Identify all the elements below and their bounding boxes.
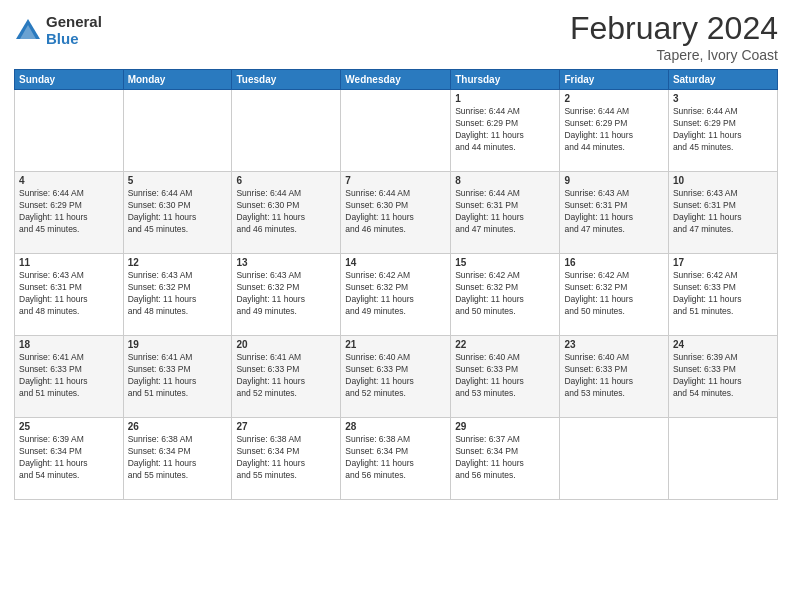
day-info: Sunrise: 6:41 AMSunset: 6:33 PMDaylight:… [236, 352, 336, 400]
logo-blue: Blue [46, 31, 102, 48]
calendar-cell: 6Sunrise: 6:44 AMSunset: 6:30 PMDaylight… [232, 172, 341, 254]
day-info: Sunrise: 6:44 AMSunset: 6:29 PMDaylight:… [455, 106, 555, 154]
day-number: 5 [128, 175, 228, 186]
day-number: 23 [564, 339, 663, 350]
title-block: February 2024 Tapere, Ivory Coast [570, 10, 778, 63]
day-number: 25 [19, 421, 119, 432]
calendar-cell: 7Sunrise: 6:44 AMSunset: 6:30 PMDaylight… [341, 172, 451, 254]
day-number: 22 [455, 339, 555, 350]
week-row-3: 18Sunrise: 6:41 AMSunset: 6:33 PMDayligh… [15, 336, 778, 418]
day-number: 13 [236, 257, 336, 268]
calendar-cell: 12Sunrise: 6:43 AMSunset: 6:32 PMDayligh… [123, 254, 232, 336]
logo: General Blue [14, 14, 102, 47]
calendar-cell: 16Sunrise: 6:42 AMSunset: 6:32 PMDayligh… [560, 254, 668, 336]
day-number: 9 [564, 175, 663, 186]
calendar-cell: 15Sunrise: 6:42 AMSunset: 6:32 PMDayligh… [451, 254, 560, 336]
calendar-cell [15, 90, 124, 172]
day-number: 20 [236, 339, 336, 350]
day-info: Sunrise: 6:44 AMSunset: 6:29 PMDaylight:… [673, 106, 773, 154]
day-info: Sunrise: 6:43 AMSunset: 6:32 PMDaylight:… [236, 270, 336, 318]
calendar-cell: 2Sunrise: 6:44 AMSunset: 6:29 PMDaylight… [560, 90, 668, 172]
calendar-cell: 13Sunrise: 6:43 AMSunset: 6:32 PMDayligh… [232, 254, 341, 336]
weekday-thursday: Thursday [451, 70, 560, 90]
calendar-cell: 19Sunrise: 6:41 AMSunset: 6:33 PMDayligh… [123, 336, 232, 418]
day-number: 6 [236, 175, 336, 186]
calendar-cell: 27Sunrise: 6:38 AMSunset: 6:34 PMDayligh… [232, 418, 341, 500]
calendar-cell [232, 90, 341, 172]
header: General Blue February 2024 Tapere, Ivory… [14, 10, 778, 63]
day-info: Sunrise: 6:41 AMSunset: 6:33 PMDaylight:… [19, 352, 119, 400]
calendar-cell: 26Sunrise: 6:38 AMSunset: 6:34 PMDayligh… [123, 418, 232, 500]
weekday-header-row: SundayMondayTuesdayWednesdayThursdayFrid… [15, 70, 778, 90]
week-row-2: 11Sunrise: 6:43 AMSunset: 6:31 PMDayligh… [15, 254, 778, 336]
day-info: Sunrise: 6:43 AMSunset: 6:31 PMDaylight:… [564, 188, 663, 236]
day-info: Sunrise: 6:39 AMSunset: 6:33 PMDaylight:… [673, 352, 773, 400]
weekday-tuesday: Tuesday [232, 70, 341, 90]
calendar-cell: 21Sunrise: 6:40 AMSunset: 6:33 PMDayligh… [341, 336, 451, 418]
logo-general: General [46, 14, 102, 31]
calendar-cell [560, 418, 668, 500]
day-number: 29 [455, 421, 555, 432]
day-number: 12 [128, 257, 228, 268]
day-number: 18 [19, 339, 119, 350]
day-info: Sunrise: 6:43 AMSunset: 6:31 PMDaylight:… [19, 270, 119, 318]
calendar-cell: 1Sunrise: 6:44 AMSunset: 6:29 PMDaylight… [451, 90, 560, 172]
calendar-cell: 29Sunrise: 6:37 AMSunset: 6:34 PMDayligh… [451, 418, 560, 500]
day-info: Sunrise: 6:42 AMSunset: 6:33 PMDaylight:… [673, 270, 773, 318]
logo-icon [14, 17, 42, 45]
calendar-cell: 4Sunrise: 6:44 AMSunset: 6:29 PMDaylight… [15, 172, 124, 254]
week-row-1: 4Sunrise: 6:44 AMSunset: 6:29 PMDaylight… [15, 172, 778, 254]
day-number: 15 [455, 257, 555, 268]
location-subtitle: Tapere, Ivory Coast [570, 47, 778, 63]
day-info: Sunrise: 6:38 AMSunset: 6:34 PMDaylight:… [345, 434, 446, 482]
day-info: Sunrise: 6:44 AMSunset: 6:30 PMDaylight:… [236, 188, 336, 236]
day-number: 27 [236, 421, 336, 432]
day-info: Sunrise: 6:40 AMSunset: 6:33 PMDaylight:… [345, 352, 446, 400]
day-info: Sunrise: 6:39 AMSunset: 6:34 PMDaylight:… [19, 434, 119, 482]
day-number: 3 [673, 93, 773, 104]
day-number: 26 [128, 421, 228, 432]
weekday-friday: Friday [560, 70, 668, 90]
calendar-cell: 28Sunrise: 6:38 AMSunset: 6:34 PMDayligh… [341, 418, 451, 500]
weekday-wednesday: Wednesday [341, 70, 451, 90]
month-title: February 2024 [570, 10, 778, 47]
calendar-cell: 17Sunrise: 6:42 AMSunset: 6:33 PMDayligh… [668, 254, 777, 336]
calendar-cell [123, 90, 232, 172]
day-info: Sunrise: 6:37 AMSunset: 6:34 PMDaylight:… [455, 434, 555, 482]
day-info: Sunrise: 6:44 AMSunset: 6:31 PMDaylight:… [455, 188, 555, 236]
calendar-cell: 22Sunrise: 6:40 AMSunset: 6:33 PMDayligh… [451, 336, 560, 418]
day-number: 24 [673, 339, 773, 350]
day-number: 17 [673, 257, 773, 268]
calendar-cell: 23Sunrise: 6:40 AMSunset: 6:33 PMDayligh… [560, 336, 668, 418]
calendar-cell: 9Sunrise: 6:43 AMSunset: 6:31 PMDaylight… [560, 172, 668, 254]
day-number: 4 [19, 175, 119, 186]
logo-text: General Blue [46, 14, 102, 47]
day-number: 21 [345, 339, 446, 350]
calendar-cell: 14Sunrise: 6:42 AMSunset: 6:32 PMDayligh… [341, 254, 451, 336]
calendar-cell: 20Sunrise: 6:41 AMSunset: 6:33 PMDayligh… [232, 336, 341, 418]
day-info: Sunrise: 6:42 AMSunset: 6:32 PMDaylight:… [345, 270, 446, 318]
day-number: 14 [345, 257, 446, 268]
day-info: Sunrise: 6:41 AMSunset: 6:33 PMDaylight:… [128, 352, 228, 400]
day-number: 28 [345, 421, 446, 432]
day-info: Sunrise: 6:44 AMSunset: 6:29 PMDaylight:… [19, 188, 119, 236]
calendar-cell: 3Sunrise: 6:44 AMSunset: 6:29 PMDaylight… [668, 90, 777, 172]
day-info: Sunrise: 6:44 AMSunset: 6:30 PMDaylight:… [128, 188, 228, 236]
day-number: 16 [564, 257, 663, 268]
page: General Blue February 2024 Tapere, Ivory… [0, 0, 792, 612]
day-number: 7 [345, 175, 446, 186]
calendar-cell: 18Sunrise: 6:41 AMSunset: 6:33 PMDayligh… [15, 336, 124, 418]
calendar-cell [341, 90, 451, 172]
calendar-cell: 10Sunrise: 6:43 AMSunset: 6:31 PMDayligh… [668, 172, 777, 254]
day-info: Sunrise: 6:44 AMSunset: 6:29 PMDaylight:… [564, 106, 663, 154]
day-number: 8 [455, 175, 555, 186]
day-info: Sunrise: 6:42 AMSunset: 6:32 PMDaylight:… [564, 270, 663, 318]
day-number: 10 [673, 175, 773, 186]
day-info: Sunrise: 6:38 AMSunset: 6:34 PMDaylight:… [128, 434, 228, 482]
day-number: 11 [19, 257, 119, 268]
day-number: 1 [455, 93, 555, 104]
day-info: Sunrise: 6:38 AMSunset: 6:34 PMDaylight:… [236, 434, 336, 482]
calendar-cell: 11Sunrise: 6:43 AMSunset: 6:31 PMDayligh… [15, 254, 124, 336]
calendar-cell: 24Sunrise: 6:39 AMSunset: 6:33 PMDayligh… [668, 336, 777, 418]
day-info: Sunrise: 6:40 AMSunset: 6:33 PMDaylight:… [564, 352, 663, 400]
